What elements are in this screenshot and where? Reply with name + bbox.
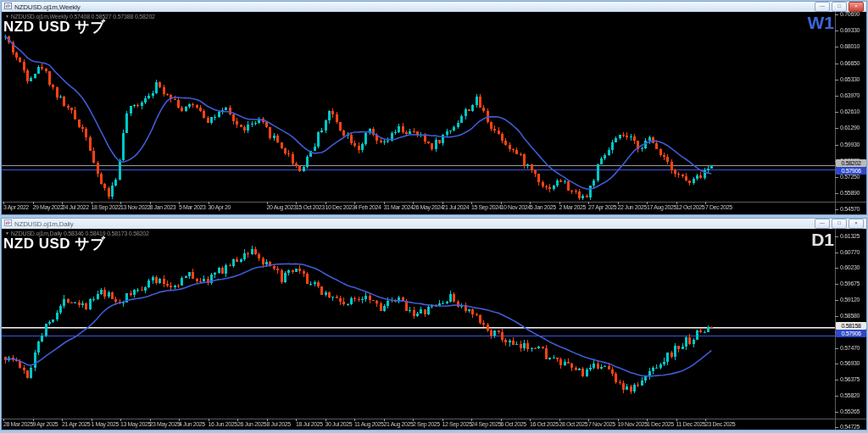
date-tick-label: 24 Sep 2025 bbox=[471, 421, 501, 427]
price-tick-label: 0.68010 bbox=[840, 43, 860, 49]
weekly-titlebar[interactable]: NZDUSD.oj1m,Weekly — □ × bbox=[2, 2, 866, 12]
price-tick-label: 0.56930 bbox=[840, 360, 860, 366]
date-tick-label: 4 Feb 2024 bbox=[354, 204, 381, 210]
date-tick-label: 2 Mar 2025 bbox=[559, 204, 586, 210]
chart-window-daily: NZDUSD.oj1m,Daily — □ × ▼NZDUSD.oj1m,Dai… bbox=[1, 218, 867, 430]
date-tick-label: 4 Jun 2025 bbox=[179, 421, 205, 427]
date-tick-label: 13 May 2025 bbox=[120, 421, 151, 427]
date-tick-label: 2 Sep 2025 bbox=[413, 421, 440, 427]
restore-button[interactable]: □ bbox=[832, 2, 847, 12]
date-tick-label: 31 Mar 2024 bbox=[384, 204, 414, 210]
close-button[interactable]: × bbox=[849, 2, 864, 12]
date-tick-label: 29 May 2022 bbox=[33, 204, 64, 210]
weekly-candlestick-canvas[interactable] bbox=[2, 12, 866, 214]
weekly-chart-area: ▼NZDUSD.oj1m,Weekly 0.57408 0.58527 0.57… bbox=[2, 12, 866, 214]
chart-watermark-title: NZD USD サブ bbox=[3, 234, 105, 253]
date-tick-label: 23 Dec 2025 bbox=[705, 421, 735, 427]
date-tick-label: 7 Nov 2025 bbox=[588, 421, 615, 427]
price-tick-label: 0.55265 bbox=[840, 408, 860, 414]
price-tick-label: 0.59120 bbox=[840, 297, 860, 303]
date-tick-label: 8 Jan 2023 bbox=[150, 204, 176, 210]
date-tick-label: 12 Oct 2025 bbox=[676, 204, 705, 210]
date-tick-label: 27 Apr 2025 bbox=[588, 204, 616, 210]
price-tick-label: 0.57250 bbox=[840, 174, 860, 180]
date-tick-label: 18 Jul 2025 bbox=[296, 421, 323, 427]
date-tick-label: 10 Nov 2024 bbox=[501, 204, 531, 210]
date-tick-label: 9 Apr 2025 bbox=[33, 421, 58, 427]
hline-price-box: 0.57906 bbox=[836, 330, 866, 337]
date-tick-label: 28 Mar 2025 bbox=[3, 421, 33, 427]
date-tick-label: 6 Oct 2025 bbox=[501, 421, 526, 427]
price-tick-label: 0.57470 bbox=[840, 345, 860, 351]
date-tick-label: 3 Apr 2022 bbox=[3, 204, 29, 210]
price-tick-label: 0.60230 bbox=[840, 264, 860, 270]
date-tick-label: 11 Aug 2025 bbox=[354, 421, 383, 427]
timeframe-label: W1 bbox=[808, 13, 835, 33]
hline-price-box: 0.58158 bbox=[836, 322, 866, 330]
date-tick-label: 24 Jul 2022 bbox=[62, 204, 89, 210]
minimize-button[interactable]: — bbox=[815, 219, 830, 229]
date-tick-label: 5 Jan 2025 bbox=[530, 204, 556, 210]
price-tick-label: 0.69330 bbox=[840, 27, 860, 33]
date-tick-label: 16 Jun 2025 bbox=[209, 421, 237, 427]
daily-chart-area: ▼NZDUSD.oj1m,Daily 0.58346 0.58419 0.581… bbox=[2, 229, 866, 430]
date-tick-label: 23 May 2025 bbox=[150, 421, 181, 427]
price-tick-label: 0.58580 bbox=[840, 313, 860, 319]
date-tick-label: 5 Mar 2023 bbox=[179, 204, 205, 210]
minimize-button[interactable]: — bbox=[815, 2, 830, 12]
date-tick-label: 22 Jun 2025 bbox=[618, 204, 647, 210]
daily-candlestick-canvas[interactable] bbox=[2, 229, 866, 430]
price-tick-label: 0.70690 bbox=[840, 12, 860, 17]
date-tick-label: 7 Dec 2025 bbox=[705, 204, 732, 210]
date-tick-label: 13 Nov 2022 bbox=[120, 204, 150, 210]
price-tick-label: 0.54725 bbox=[840, 424, 860, 430]
date-tick-label: 26 Jun 2025 bbox=[237, 421, 266, 427]
date-tick-label: 17 Aug 2025 bbox=[647, 204, 676, 210]
date-tick-label: 15 Oct 2023 bbox=[296, 204, 325, 210]
date-tick-label: 28 Oct 2025 bbox=[559, 421, 588, 427]
price-tick-label: 0.65330 bbox=[840, 76, 860, 82]
date-tick-label: 10 Dec 2023 bbox=[326, 204, 355, 210]
window-title: NZDUSD.oj1m,Daily bbox=[14, 220, 812, 228]
date-tick-label: 1 Dec 2025 bbox=[647, 421, 674, 427]
price-tick-label: 0.54570 bbox=[840, 206, 860, 212]
date-tick-label: 15 Sep 2024 bbox=[471, 204, 501, 210]
date-tick-label: 21 Aug 2025 bbox=[384, 421, 414, 427]
window-title: NZDUSD.oj1m,Weekly bbox=[14, 3, 812, 11]
price-tick-label: 0.55890 bbox=[840, 190, 860, 196]
date-tick-label: 20 Aug 2023 bbox=[267, 204, 297, 210]
hline-price-box: 0.57906 bbox=[836, 167, 866, 175]
window-controls: — □ × bbox=[815, 2, 864, 12]
date-tick-label: 26 May 2024 bbox=[413, 204, 443, 210]
timeframe-label: D1 bbox=[811, 230, 834, 250]
price-tick-label: 0.62610 bbox=[840, 108, 860, 114]
chart-watermark-title: NZD USD サブ bbox=[3, 17, 105, 36]
date-tick-label: 11 Dec 2025 bbox=[676, 421, 706, 427]
price-tick-label: 0.59930 bbox=[840, 142, 860, 147]
price-tick-label: 0.61325 bbox=[840, 233, 860, 239]
date-tick-label: 30 Apr 20 bbox=[209, 204, 231, 210]
date-tick-label: 1 May 2025 bbox=[92, 421, 120, 427]
price-tick-label: 0.55820 bbox=[840, 392, 860, 398]
chart-window-icon bbox=[4, 3, 12, 11]
chart-window-icon bbox=[4, 219, 12, 228]
date-tick-label: 18 Sep 2022 bbox=[92, 204, 121, 210]
date-tick-label: 21 Jul 2024 bbox=[442, 204, 470, 210]
close-button[interactable]: × bbox=[849, 219, 864, 229]
date-tick-label: 8 Jul 2025 bbox=[267, 421, 291, 427]
price-tick-label: 0.61290 bbox=[840, 125, 860, 130]
price-tick-label: 0.66650 bbox=[840, 60, 860, 66]
restore-button[interactable]: □ bbox=[832, 219, 847, 229]
date-tick-label: 30 Jul 2025 bbox=[326, 421, 353, 427]
price-tick-label: 0.60770 bbox=[840, 249, 860, 255]
date-tick-label: 21 Apr 2025 bbox=[62, 421, 90, 427]
date-tick-label: 19 Nov 2025 bbox=[618, 421, 648, 427]
window-controls: — □ × bbox=[815, 219, 864, 229]
price-tick-label: 0.59675 bbox=[840, 280, 860, 286]
daily-titlebar[interactable]: NZDUSD.oj1m,Daily — □ × bbox=[2, 219, 866, 229]
price-tick-label: 0.63970 bbox=[840, 92, 860, 98]
price-tick-label: 0.56375 bbox=[840, 376, 860, 382]
last-price-box: 0.58202 bbox=[836, 159, 866, 167]
chart-window-weekly: NZDUSD.oj1m,Weekly — □ × ▼NZDUSD.oj1m,We… bbox=[1, 1, 867, 215]
date-tick-label: 12 Sep 2025 bbox=[442, 421, 472, 427]
